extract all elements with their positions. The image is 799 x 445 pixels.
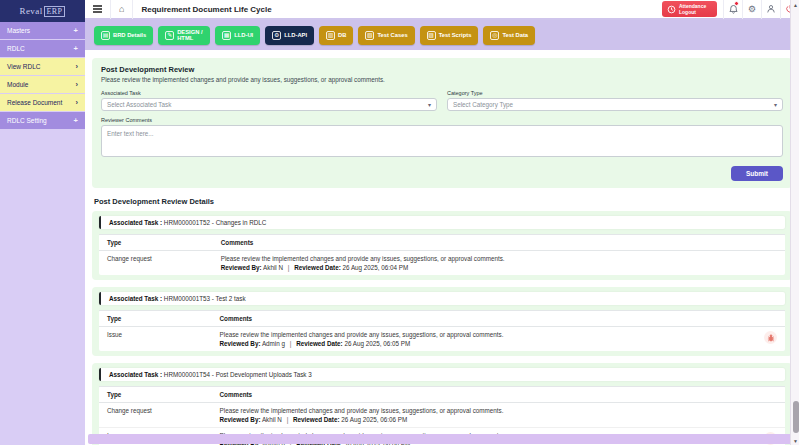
column-header-actions — [756, 387, 785, 403]
sidebar-item-label: RDLC Setting — [7, 117, 47, 124]
tab-test-cases[interactable]: ▧ Test Cases — [358, 26, 414, 45]
column-header-type: Type — [99, 235, 213, 251]
review-meta: Reviewed By: Akhil N | Reviewed Date: 26… — [220, 416, 748, 423]
tab-brd-details[interactable]: ▤ BRD Details — [94, 26, 153, 45]
tab-lld-api[interactable]: ⚙ LLD-API — [265, 26, 314, 45]
sidebar-item-masters[interactable]: Masters + — [0, 22, 85, 39]
sidebar-item-rdlc-setting[interactable]: RDLC Setting + — [0, 112, 85, 129]
reviewed-date-value: 26 Aug 2025, 06:05 PM — [344, 340, 410, 347]
category-type-label: Category Type — [447, 90, 783, 96]
logo-text: Reval — [20, 6, 43, 16]
separator: | — [287, 416, 289, 423]
app-window: RevalERP Masters + RDLC + View RDLC › Mo… — [0, 0, 799, 445]
associated-task-value: HRM000001T54 - Post Development Uploads … — [164, 371, 312, 378]
reviewer-comments-label: Reviewer Comments — [101, 117, 783, 123]
notifications-button[interactable] — [723, 0, 742, 19]
stage-tabs: ▤ BRD Details ✎ DESIGN / HTML ▦ LLD-UI ⚙… — [85, 20, 799, 50]
chevron-down-icon: ▾ — [428, 101, 431, 108]
tab-lld-ui[interactable]: ▦ LLD-UI — [215, 26, 260, 45]
associated-task-bar: Associated Task : HRM000001T53 - Test 2 … — [99, 292, 785, 305]
associated-task-label: Associated Task : — [109, 295, 162, 302]
sidebar-item-release-document[interactable]: Release Document › — [0, 94, 85, 111]
task-review-block: Associated Task : HRM000001T52 - Changes… — [92, 211, 792, 280]
row-actions — [763, 251, 785, 276]
test-scripts-icon: ▨ — [427, 31, 436, 40]
settings-button[interactable]: ⚙ — [742, 0, 761, 19]
notification-badge — [734, 1, 739, 6]
comment-text: Please review the implemented changes an… — [221, 255, 755, 262]
sidebar-item-view-rdlc[interactable]: View RDLC › — [0, 58, 85, 75]
column-header-type: Type — [99, 387, 212, 403]
tab-test-data[interactable]: ◎ Test Data — [483, 26, 535, 45]
associated-task-label: Associated Task : — [109, 219, 162, 226]
separator: | — [290, 340, 292, 347]
tab-label: LLD-API — [284, 32, 307, 38]
reviewed-by-value: Admin g — [262, 340, 285, 347]
associated-task-select[interactable]: Select Associated Task ▾ — [101, 98, 437, 111]
reviewed-date-label: Reviewed Date: — [293, 416, 340, 423]
sidebar-item-label: RDLC — [7, 45, 25, 52]
reviewed-date-value: 26 Aug 2025, 06:06 PM — [341, 416, 407, 423]
sidebar-item-module[interactable]: Module › — [0, 76, 85, 93]
content-area: Post Development Review Please review th… — [85, 50, 799, 445]
attendance-logout-label: Attendance Logout — [679, 3, 712, 15]
tab-label: Test Cases — [377, 32, 407, 38]
scroll-up-arrow-icon[interactable]: ▲ — [791, 0, 799, 9]
comment-text: Please review the implemented changes an… — [220, 331, 748, 338]
issue-bug-icon[interactable] — [764, 331, 777, 344]
header-actions: Attendance Logout ⚙ — [656, 0, 799, 19]
tab-db[interactable]: ▥ DB — [319, 26, 353, 45]
attendance-logout-button[interactable]: Attendance Logout — [662, 1, 717, 17]
associated-task-value: HRM000001T52 - Changes in RDLC — [164, 219, 267, 226]
scroll-down-arrow-icon[interactable]: ▼ — [791, 436, 799, 445]
lld-ui-icon: ▦ — [222, 31, 231, 40]
home-icon: ⌂ — [119, 5, 124, 14]
brd-details-icon: ▤ — [101, 31, 110, 40]
gear-icon: ⚙ — [748, 5, 756, 14]
tab-label: Test Scripts — [439, 32, 472, 38]
main-area: ⌂ Requirement Document Life Cycle Attend… — [85, 0, 799, 445]
associated-task-select-value: Select Associated Task — [107, 101, 171, 108]
reviewed-date-label: Reviewed Date: — [294, 264, 341, 271]
vertical-scrollbar[interactable]: ▲ ▼ — [790, 0, 799, 445]
row-comments: Please review the implemented changes an… — [212, 403, 756, 428]
test-data-icon: ◎ — [490, 31, 499, 40]
plus-icon: + — [74, 116, 78, 125]
column-header-comments: Comments — [212, 387, 756, 403]
category-type-select[interactable]: Select Category Type ▾ — [447, 98, 783, 111]
profile-button[interactable] — [761, 0, 780, 19]
app-logo[interactable]: RevalERP — [0, 0, 85, 22]
home-button[interactable]: ⌂ — [111, 0, 133, 19]
tab-label: BRD Details — [113, 32, 146, 38]
row-actions — [756, 327, 785, 352]
menu-toggle-button[interactable] — [85, 0, 111, 19]
row-type: Change request — [99, 403, 212, 428]
review-table: Type Comments Change request Please revi… — [99, 234, 785, 275]
design-html-icon: ✎ — [165, 31, 174, 40]
lld-api-icon: ⚙ — [272, 31, 281, 40]
associated-task-bar: Associated Task : HRM000001T52 - Changes… — [99, 216, 785, 229]
separator: | — [288, 264, 290, 271]
chevron-right-icon: › — [76, 62, 79, 71]
submit-button[interactable]: Submit — [731, 166, 783, 181]
row-actions — [756, 403, 785, 428]
scrollbar-thumb[interactable] — [793, 401, 799, 433]
form-title: Post Development Review — [101, 65, 783, 74]
plus-icon: + — [74, 44, 78, 53]
task-review-block: Associated Task : HRM000001T54 - Post De… — [92, 363, 792, 445]
review-meta: Reviewed By: Akhil N | Reviewed Date: 26… — [221, 264, 755, 271]
row-type: Change request — [99, 251, 213, 276]
chevron-down-icon: ▾ — [774, 101, 777, 108]
row-comments: Please review the implemented changes an… — [213, 251, 763, 276]
sidebar-item-label: Module — [7, 81, 28, 88]
column-header-type: Type — [99, 311, 212, 327]
associated-task-label: Associated Task — [101, 90, 437, 96]
review-meta: Reviewed By: Admin g | Reviewed Date: 26… — [220, 340, 748, 347]
tab-test-scripts[interactable]: ▨ Test Scripts — [420, 26, 479, 45]
reviewed-by-value: Akhil N — [263, 264, 283, 271]
category-type-select-value: Select Category Type — [453, 101, 513, 108]
reviewer-comments-input[interactable] — [101, 125, 783, 157]
sidebar-item-rdlc[interactable]: RDLC + — [0, 40, 85, 57]
tab-design-html[interactable]: ✎ DESIGN / HTML — [158, 26, 210, 45]
page-title: Requirement Document Life Cycle — [141, 5, 656, 14]
